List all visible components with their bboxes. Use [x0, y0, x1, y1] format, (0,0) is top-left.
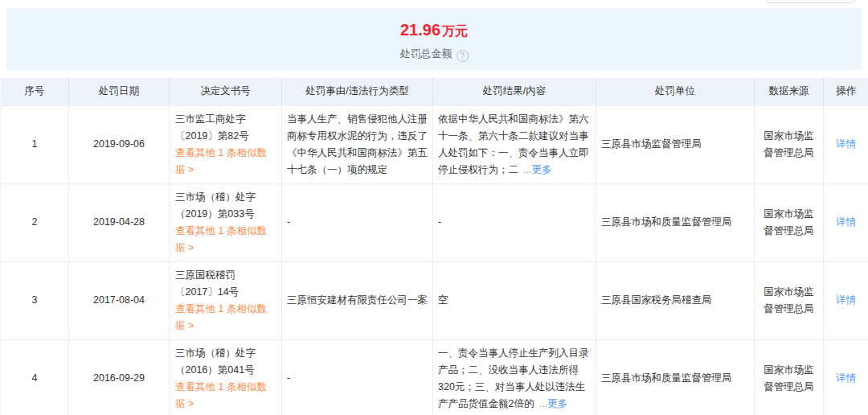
penalty-reason: 当事人生产、销售侵犯他人注册商标专用权水泥的行为，违反了《中华人民共和国商标法》…: [282, 105, 433, 183]
doc-number: 三市场（稽）处字（2016）第041号: [175, 347, 256, 376]
doc-number-cell: 三市场（稽）处字（2019）第033号查看其他 1 条相似数据 >: [170, 183, 282, 261]
row-index: 1: [1, 105, 69, 183]
column-header-3: 决定文书号: [170, 78, 282, 105]
data-source: 国家市场监督管理总局: [755, 339, 824, 415]
penalty-date: 2019-09-06: [69, 105, 170, 183]
row-index: 2: [1, 183, 69, 261]
action-cell: 详情: [824, 261, 868, 339]
doc-number-cell: 三市场（稽）处字（2016）第041号查看其他 1 条相似数据 >: [170, 339, 282, 415]
partial-button[interactable]: [767, 0, 855, 3]
doc-number: 三市场（稽）处字（2019）第033号: [175, 191, 256, 220]
row-index: 4: [1, 339, 69, 415]
amount-unit: 万元: [442, 24, 468, 38]
column-header-1: 序号: [1, 78, 69, 105]
penalty-reason: -: [282, 183, 433, 261]
detail-link[interactable]: 详情: [836, 216, 856, 228]
penalty-total-label: 处罚总金额?: [6, 47, 862, 62]
column-header-2: 处罚日期: [69, 78, 170, 105]
table-row: 32017-08-04三原国税稽罚〔2017〕14号查看其他 1 条相似数据 >…: [1, 261, 868, 339]
amount-value: 21.96: [400, 21, 440, 39]
penalty-date: 2019-04-28: [69, 183, 170, 261]
penalty-result-text: -: [438, 216, 441, 228]
penalty-total-amount: 21.96万元: [6, 20, 862, 41]
doc-number-cell: 三原国税稽罚〔2017〕14号查看其他 1 条相似数据 >: [170, 261, 282, 339]
action-cell: 详情: [824, 183, 868, 261]
table-row: 22019-04-28三市场（稽）处字（2019）第033号查看其他 1 条相似…: [1, 183, 868, 261]
more-link[interactable]: 更多: [531, 164, 551, 175]
detail-link[interactable]: 详情: [836, 294, 856, 306]
question-circle-icon[interactable]: ?: [457, 50, 469, 62]
penalty-unit: 三原县市场和质量监督管理局: [596, 183, 755, 261]
penalty-result-cell: 空: [433, 261, 596, 339]
action-cell: 详情: [824, 105, 868, 183]
column-header-4: 处罚事由/违法行为类型: [282, 78, 433, 105]
penalty-unit: 三原县国家税务局稽查局: [596, 261, 755, 339]
penalty-date: 2016-09-29: [69, 339, 170, 415]
penalty-result-cell: 一、责令当事人停止生产列入目录产品；二、没收当事人违法所得320元；三、对当事人…: [433, 339, 596, 415]
column-header-5: 处罚结果/内容: [433, 78, 596, 105]
penalty-result-text: 依据中华人民共和国商标法》第六十一条、第六十条二款建议对当事人处罚如下：一、责令…: [438, 113, 589, 175]
table-row: 42016-09-29三市场（稽）处字（2016）第041号查看其他 1 条相似…: [1, 339, 868, 415]
doc-number: 三原国税稽罚〔2017〕14号: [175, 269, 239, 298]
data-source: 国家市场监督管理总局: [755, 105, 824, 183]
penalty-result-text: 空: [438, 294, 448, 306]
detail-link[interactable]: 详情: [836, 372, 856, 384]
penalty-unit: 三原县市场和质量监督管理局: [596, 339, 755, 415]
penalty-reason: 三原恒安建材有限责任公司一案: [282, 261, 433, 339]
similar-data-link[interactable]: 查看其他 1 条相似数据 >: [175, 379, 276, 413]
truncation-ellipsis: ...: [538, 398, 547, 409]
detail-link[interactable]: 详情: [836, 138, 856, 150]
column-header-8: 操作: [824, 78, 868, 105]
similar-data-link[interactable]: 查看其他 1 条相似数据 >: [175, 223, 276, 257]
similar-data-link[interactable]: 查看其他 1 条相似数据 >: [175, 301, 276, 335]
doc-number: 三市监工商处字〔2019〕第82号: [175, 113, 249, 142]
column-header-7: 数据来源: [755, 78, 824, 105]
doc-number-cell: 三市监工商处字〔2019〕第82号查看其他 1 条相似数据 >: [170, 105, 282, 183]
table-header: 序号处罚日期决定文书号处罚事由/违法行为类型处罚结果/内容处罚单位数据来源操作: [1, 78, 868, 105]
more-link[interactable]: 更多: [547, 398, 567, 409]
action-cell: 详情: [824, 339, 868, 415]
penalty-table: 序号处罚日期决定文书号处罚事由/违法行为类型处罚结果/内容处罚单位数据来源操作 …: [0, 78, 868, 415]
data-source: 国家市场监督管理总局: [755, 183, 824, 261]
penalty-result-cell: -: [433, 183, 596, 261]
penalty-result-cell: 依据中华人民共和国商标法》第六十一条、第六十条二款建议对当事人处罚如下：一、责令…: [433, 105, 596, 183]
penalty-page: 21.96万元 处罚总金额? 序号处罚日期决定文书号处罚事由/违法行为类型处罚结…: [0, 0, 868, 415]
penalty-unit: 三原县市场监督管理局: [596, 105, 755, 183]
column-header-6: 处罚单位: [596, 78, 755, 105]
row-index: 3: [1, 261, 69, 339]
data-source: 国家市场监督管理总局: [755, 261, 824, 339]
penalty-date: 2017-08-04: [69, 261, 170, 339]
similar-data-link[interactable]: 查看其他 1 条相似数据 >: [175, 145, 276, 179]
penalty-summary-box: 21.96万元 处罚总金额?: [6, 8, 862, 70]
penalty-reason: -: [282, 339, 433, 415]
table-row: 12019-09-06三市监工商处字〔2019〕第82号查看其他 1 条相似数据…: [1, 105, 868, 183]
truncation-ellipsis: ...: [523, 164, 531, 175]
